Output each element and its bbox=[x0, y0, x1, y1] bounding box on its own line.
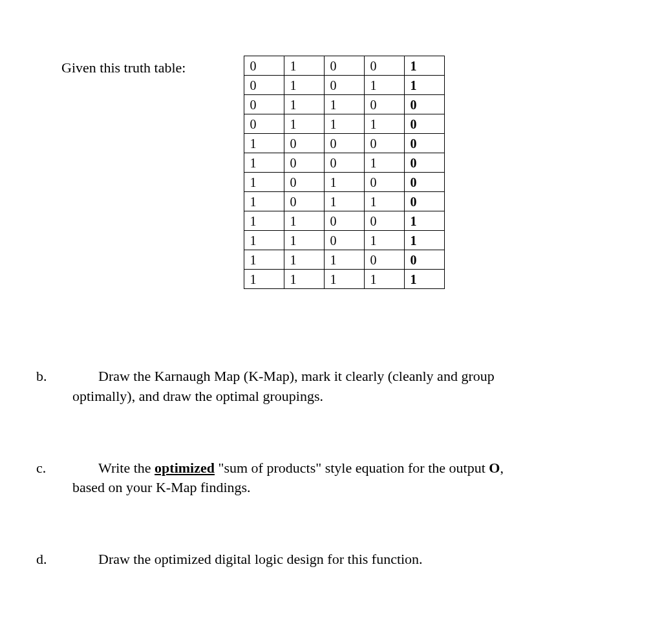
input-cell: 0 bbox=[284, 192, 325, 211]
prompt-label: Given this truth table: bbox=[61, 58, 186, 78]
output-cell: 0 bbox=[405, 153, 445, 173]
output-cell: 1 bbox=[405, 270, 445, 289]
table-row: 01011 bbox=[244, 76, 445, 95]
input-cell: 0 bbox=[365, 56, 405, 76]
input-cell: 0 bbox=[325, 211, 365, 231]
question-c-mid: "sum of products" style equation for the… bbox=[215, 460, 489, 476]
question-c-pre: Write the bbox=[98, 460, 155, 476]
table-row: 01100 bbox=[244, 95, 445, 114]
table-row: 11111 bbox=[244, 270, 445, 289]
input-cell: 0 bbox=[325, 134, 365, 153]
input-cell: 0 bbox=[365, 95, 405, 114]
input-cell: 1 bbox=[284, 270, 325, 289]
output-cell: 0 bbox=[405, 134, 445, 153]
question-c: c. Write the optimized "sum of products"… bbox=[36, 458, 636, 499]
input-cell: 0 bbox=[244, 114, 284, 134]
input-cell: 1 bbox=[365, 76, 405, 95]
question-text: Write the optimized "sum of products" st… bbox=[72, 458, 636, 499]
table-row: 11001 bbox=[244, 211, 445, 231]
input-cell: 1 bbox=[284, 211, 325, 231]
input-cell: 0 bbox=[244, 95, 284, 114]
output-cell: 1 bbox=[405, 76, 445, 95]
output-cell: 0 bbox=[405, 192, 445, 211]
question-c-emph: optimized bbox=[155, 460, 215, 476]
input-cell: 1 bbox=[365, 153, 405, 173]
question-text: Draw the optimized digital logic design … bbox=[72, 550, 636, 570]
table-row: 11011 bbox=[244, 231, 445, 250]
question-c-post: , bbox=[500, 460, 504, 476]
table-row: 01001 bbox=[244, 56, 445, 76]
questions-list: b. Draw the Karnaugh Map (K-Map), mark i… bbox=[32, 367, 636, 570]
input-cell: 1 bbox=[244, 173, 284, 192]
question-b-line1: Draw the Karnaugh Map (K-Map), mark it c… bbox=[98, 368, 495, 384]
input-cell: 0 bbox=[325, 231, 365, 250]
input-cell: 1 bbox=[365, 192, 405, 211]
input-cell: 0 bbox=[365, 211, 405, 231]
input-cell: 1 bbox=[284, 114, 325, 134]
input-cell: 1 bbox=[325, 192, 365, 211]
question-text: Draw the Karnaugh Map (K-Map), mark it c… bbox=[72, 367, 636, 407]
input-cell: 1 bbox=[244, 211, 284, 231]
table-row: 10100 bbox=[244, 173, 445, 192]
input-cell: 1 bbox=[365, 114, 405, 134]
input-cell: 0 bbox=[284, 153, 325, 173]
input-cell: 1 bbox=[284, 95, 325, 114]
output-cell: 1 bbox=[405, 56, 445, 76]
table-row: 01110 bbox=[244, 114, 445, 134]
output-cell: 0 bbox=[405, 250, 445, 270]
input-cell: 0 bbox=[244, 76, 284, 95]
input-cell: 1 bbox=[284, 231, 325, 250]
output-cell: 1 bbox=[405, 211, 445, 231]
table-row: 10110 bbox=[244, 192, 445, 211]
input-cell: 1 bbox=[325, 173, 365, 192]
output-cell: 0 bbox=[405, 114, 445, 134]
question-c-cont: based on your K-Map findings. bbox=[72, 478, 636, 498]
input-cell: 0 bbox=[365, 250, 405, 270]
input-cell: 1 bbox=[244, 250, 284, 270]
input-cell: 0 bbox=[325, 56, 365, 76]
input-cell: 1 bbox=[244, 134, 284, 153]
input-cell: 1 bbox=[365, 270, 405, 289]
table-row: 11100 bbox=[244, 250, 445, 270]
input-cell: 1 bbox=[284, 56, 325, 76]
input-cell: 1 bbox=[325, 270, 365, 289]
input-cell: 0 bbox=[365, 173, 405, 192]
question-d: d. Draw the optimized digital logic desi… bbox=[36, 550, 636, 570]
input-cell: 0 bbox=[284, 134, 325, 153]
question-d-text: Draw the optimized digital logic design … bbox=[98, 551, 423, 567]
input-cell: 0 bbox=[284, 173, 325, 192]
question-b: b. Draw the Karnaugh Map (K-Map), mark i… bbox=[36, 367, 636, 407]
input-cell: 1 bbox=[244, 270, 284, 289]
input-cell: 1 bbox=[365, 231, 405, 250]
input-cell: 1 bbox=[325, 114, 365, 134]
question-b-line2: optimally), and draw the optimal groupin… bbox=[72, 387, 636, 407]
question-label: b. bbox=[36, 367, 72, 387]
input-cell: 0 bbox=[325, 153, 365, 173]
top-section: Given this truth table: 0100101011011000… bbox=[32, 58, 636, 289]
input-cell: 1 bbox=[244, 153, 284, 173]
output-cell: 0 bbox=[405, 95, 445, 114]
input-cell: 1 bbox=[244, 192, 284, 211]
truth-table: 0100101011011000111010000100101010010110… bbox=[244, 56, 445, 289]
table-row: 10010 bbox=[244, 153, 445, 173]
question-label: d. bbox=[36, 550, 72, 570]
input-cell: 0 bbox=[365, 134, 405, 153]
table-row: 10000 bbox=[244, 134, 445, 153]
output-cell: 0 bbox=[405, 173, 445, 192]
input-cell: 1 bbox=[325, 95, 365, 114]
input-cell: 0 bbox=[244, 56, 284, 76]
input-cell: 1 bbox=[325, 250, 365, 270]
input-cell: 1 bbox=[244, 231, 284, 250]
question-label: c. bbox=[36, 458, 72, 478]
output-cell: 1 bbox=[405, 231, 445, 250]
question-c-bold: O bbox=[489, 460, 500, 476]
input-cell: 1 bbox=[284, 250, 325, 270]
input-cell: 1 bbox=[284, 76, 325, 95]
input-cell: 0 bbox=[325, 76, 365, 95]
